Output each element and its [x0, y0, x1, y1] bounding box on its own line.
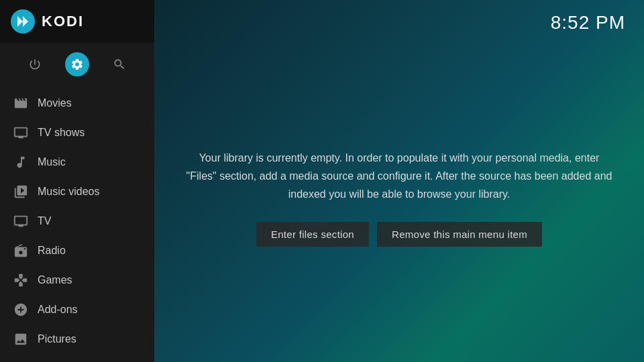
settings-icon [70, 58, 84, 71]
sidebar: KODI Movies [0, 0, 154, 362]
sidebar-item-tv-shows[interactable]: TV shows [0, 118, 154, 147]
app-title: KODI [42, 13, 84, 30]
settings-button[interactable] [65, 52, 89, 76]
music-videos-icon [13, 184, 28, 199]
main-nav: Movies TV shows Music Music videos [0, 86, 154, 354]
pictures-label: Pictures [38, 333, 76, 345]
sidebar-top-icons [0, 43, 154, 86]
content-center: Your library is currently empty. In orde… [154, 34, 644, 362]
sidebar-item-music[interactable]: Music [0, 147, 154, 177]
sidebar-item-tv[interactable]: TV [0, 206, 154, 236]
add-ons-label: Add-ons [38, 304, 78, 316]
sidebar-item-music-videos[interactable]: Music videos [0, 177, 154, 206]
music-videos-label: Music videos [38, 186, 99, 198]
radio-label: Radio [38, 245, 66, 257]
search-icon [113, 58, 126, 71]
library-buttons: Enter files section Remove this main men… [184, 222, 614, 247]
top-bar: 8:52 PM [154, 0, 644, 34]
games-icon [13, 273, 28, 288]
add-ons-icon [13, 302, 28, 317]
power-icon [28, 58, 42, 71]
remove-menu-item-button[interactable]: Remove this main menu item [377, 222, 542, 247]
sidebar-item-radio[interactable]: Radio [0, 236, 154, 265]
pictures-icon [13, 332, 28, 347]
power-button[interactable] [23, 52, 47, 76]
tv-icon [13, 214, 28, 229]
sidebar-item-movies[interactable]: Movies [0, 88, 154, 118]
kodi-logo-icon [11, 9, 35, 34]
clock: 8:52 PM [551, 12, 625, 34]
sidebar-header: KODI [0, 0, 154, 43]
sidebar-item-add-ons[interactable]: Add-ons [0, 295, 154, 324]
sidebar-item-pictures[interactable]: Pictures [0, 324, 154, 354]
main-content: 8:52 PM Your library is currently empty.… [154, 0, 644, 362]
library-message: Your library is currently empty. In orde… [184, 149, 614, 204]
sidebar-item-games[interactable]: Games [0, 265, 154, 295]
music-label: Music [38, 156, 66, 168]
tv-label: TV [38, 215, 51, 227]
tv-shows-label: TV shows [38, 127, 85, 139]
games-label: Games [38, 274, 72, 286]
tv-shows-icon [13, 125, 28, 140]
movies-label: Movies [38, 97, 72, 109]
enter-files-button[interactable]: Enter files section [256, 222, 369, 247]
library-card: Your library is currently empty. In orde… [171, 135, 627, 261]
search-button[interactable] [107, 52, 131, 76]
music-icon [13, 155, 28, 170]
movies-icon [13, 96, 28, 111]
radio-icon [13, 243, 28, 258]
